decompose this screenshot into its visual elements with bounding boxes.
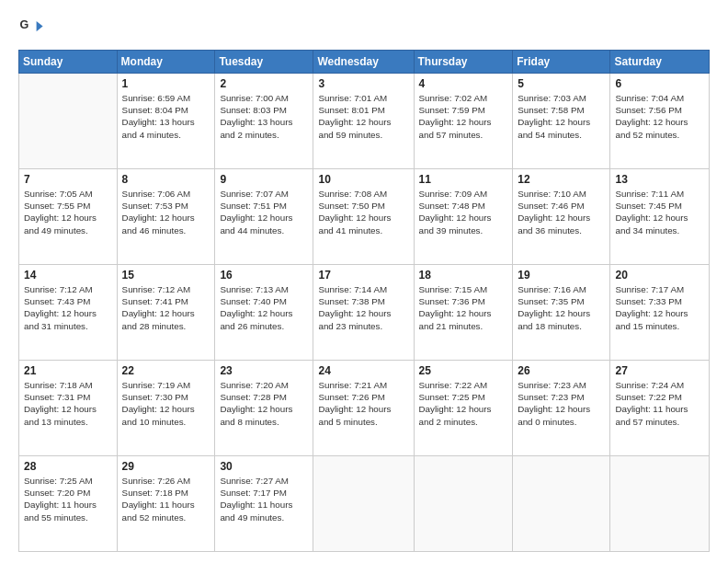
calendar-cell: 11Sunrise: 7:09 AMSunset: 7:48 PMDayligh… — [414, 169, 513, 265]
calendar-cell: 23Sunrise: 7:20 AMSunset: 7:28 PMDayligh… — [215, 361, 313, 456]
calendar-cell — [313, 456, 414, 552]
cell-date-number: 29 — [122, 460, 210, 473]
cell-date-number: 10 — [318, 173, 408, 186]
cell-info-text: Sunrise: 7:17 AMSunset: 7:33 PMDaylight:… — [615, 283, 704, 332]
cell-info-text: Sunrise: 7:03 AMSunset: 7:58 PMDaylight:… — [518, 92, 605, 141]
cell-info-text: Sunrise: 7:18 AMSunset: 7:31 PMDaylight:… — [24, 379, 112, 428]
weekday-header-sunday: Sunday — [19, 51, 118, 74]
calendar-cell: 2Sunrise: 7:00 AMSunset: 8:03 PMDaylight… — [215, 74, 313, 169]
calendar-cell: 28Sunrise: 7:25 AMSunset: 7:20 PMDayligh… — [19, 456, 118, 552]
calendar-cell: 10Sunrise: 7:08 AMSunset: 7:50 PMDayligh… — [313, 169, 414, 265]
weekday-header-tuesday: Tuesday — [215, 51, 313, 74]
cell-date-number: 17 — [318, 269, 408, 282]
calendar-cell — [19, 74, 118, 169]
cell-info-text: Sunrise: 7:24 AMSunset: 7:22 PMDaylight:… — [615, 379, 704, 428]
calendar-body: 1Sunrise: 6:59 AMSunset: 8:04 PMDaylight… — [19, 74, 710, 552]
cell-info-text: Sunrise: 7:12 AMSunset: 7:43 PMDaylight:… — [24, 283, 112, 332]
cell-date-number: 4 — [419, 77, 508, 90]
calendar-cell: 30Sunrise: 7:27 AMSunset: 7:17 PMDayligh… — [215, 456, 313, 552]
calendar-week-row: 7Sunrise: 7:05 AMSunset: 7:55 PMDaylight… — [19, 169, 710, 265]
cell-info-text: Sunrise: 7:01 AMSunset: 8:01 PMDaylight:… — [318, 92, 408, 141]
calendar-cell — [414, 456, 513, 552]
cell-date-number: 13 — [615, 173, 704, 186]
calendar-cell: 29Sunrise: 7:26 AMSunset: 7:18 PMDayligh… — [117, 456, 215, 552]
weekday-header-saturday: Saturday — [610, 51, 710, 74]
cell-info-text: Sunrise: 7:13 AMSunset: 7:40 PMDaylight:… — [220, 283, 308, 332]
calendar-table: SundayMondayTuesdayWednesdayThursdayFrid… — [18, 50, 710, 552]
calendar-cell: 16Sunrise: 7:13 AMSunset: 7:40 PMDayligh… — [215, 265, 313, 361]
cell-info-text: Sunrise: 7:11 AMSunset: 7:45 PMDaylight:… — [615, 188, 704, 236]
calendar-cell: 25Sunrise: 7:22 AMSunset: 7:25 PMDayligh… — [414, 361, 513, 456]
cell-info-text: Sunrise: 7:14 AMSunset: 7:38 PMDaylight:… — [318, 283, 408, 332]
header: G — [18, 15, 710, 40]
cell-date-number: 3 — [318, 77, 408, 90]
cell-date-number: 19 — [518, 269, 605, 282]
cell-date-number: 20 — [615, 269, 704, 282]
cell-info-text: Sunrise: 7:05 AMSunset: 7:55 PMDaylight:… — [24, 188, 112, 236]
cell-info-text: Sunrise: 7:23 AMSunset: 7:23 PMDaylight:… — [518, 379, 605, 428]
calendar-cell: 21Sunrise: 7:18 AMSunset: 7:31 PMDayligh… — [19, 361, 118, 456]
cell-info-text: Sunrise: 7:06 AMSunset: 7:53 PMDaylight:… — [122, 188, 210, 236]
cell-date-number: 14 — [24, 269, 112, 282]
cell-info-text: Sunrise: 7:19 AMSunset: 7:30 PMDaylight:… — [122, 379, 210, 428]
calendar-cell — [610, 456, 710, 552]
calendar-cell: 19Sunrise: 7:16 AMSunset: 7:35 PMDayligh… — [513, 265, 610, 361]
calendar-cell: 3Sunrise: 7:01 AMSunset: 8:01 PMDaylight… — [313, 74, 414, 169]
calendar-cell: 27Sunrise: 7:24 AMSunset: 7:22 PMDayligh… — [610, 361, 710, 456]
cell-info-text: Sunrise: 7:10 AMSunset: 7:46 PMDaylight:… — [518, 188, 605, 236]
cell-date-number: 15 — [122, 269, 210, 282]
cell-date-number: 5 — [518, 77, 605, 90]
cell-info-text: Sunrise: 7:04 AMSunset: 7:56 PMDaylight:… — [615, 92, 704, 141]
cell-date-number: 2 — [220, 77, 308, 90]
calendar-cell: 14Sunrise: 7:12 AMSunset: 7:43 PMDayligh… — [19, 265, 118, 361]
calendar-header: SundayMondayTuesdayWednesdayThursdayFrid… — [19, 51, 710, 74]
cell-info-text: Sunrise: 7:15 AMSunset: 7:36 PMDaylight:… — [419, 283, 508, 332]
calendar-cell: 12Sunrise: 7:10 AMSunset: 7:46 PMDayligh… — [513, 169, 610, 265]
calendar-cell: 5Sunrise: 7:03 AMSunset: 7:58 PMDaylight… — [513, 74, 610, 169]
cell-date-number: 11 — [419, 173, 508, 186]
calendar-cell: 24Sunrise: 7:21 AMSunset: 7:26 PMDayligh… — [313, 361, 414, 456]
cell-info-text: Sunrise: 7:26 AMSunset: 7:18 PMDaylight:… — [122, 475, 210, 523]
svg-marker-1 — [37, 21, 43, 31]
calendar-cell: 6Sunrise: 7:04 AMSunset: 7:56 PMDaylight… — [610, 74, 710, 169]
calendar-cell: 18Sunrise: 7:15 AMSunset: 7:36 PMDayligh… — [414, 265, 513, 361]
calendar-week-row: 28Sunrise: 7:25 AMSunset: 7:20 PMDayligh… — [19, 456, 710, 552]
calendar-cell: 15Sunrise: 7:12 AMSunset: 7:41 PMDayligh… — [117, 265, 215, 361]
logo-icon: G — [18, 15, 44, 40]
calendar-cell: 4Sunrise: 7:02 AMSunset: 7:59 PMDaylight… — [414, 74, 513, 169]
weekday-row: SundayMondayTuesdayWednesdayThursdayFrid… — [19, 51, 710, 74]
cell-date-number: 30 — [220, 460, 308, 473]
cell-date-number: 24 — [318, 364, 408, 377]
weekday-header-monday: Monday — [117, 51, 215, 74]
calendar-cell: 13Sunrise: 7:11 AMSunset: 7:45 PMDayligh… — [610, 169, 710, 265]
calendar-cell: 7Sunrise: 7:05 AMSunset: 7:55 PMDaylight… — [19, 169, 118, 265]
weekday-header-friday: Friday — [513, 51, 610, 74]
calendar-cell: 8Sunrise: 7:06 AMSunset: 7:53 PMDaylight… — [117, 169, 215, 265]
cell-date-number: 25 — [419, 364, 508, 377]
cell-info-text: Sunrise: 6:59 AMSunset: 8:04 PMDaylight:… — [122, 92, 210, 141]
cell-info-text: Sunrise: 7:16 AMSunset: 7:35 PMDaylight:… — [518, 283, 605, 332]
calendar-cell: 20Sunrise: 7:17 AMSunset: 7:33 PMDayligh… — [610, 265, 710, 361]
cell-info-text: Sunrise: 7:22 AMSunset: 7:25 PMDaylight:… — [419, 379, 508, 428]
calendar-cell: 26Sunrise: 7:23 AMSunset: 7:23 PMDayligh… — [513, 361, 610, 456]
cell-info-text: Sunrise: 7:21 AMSunset: 7:26 PMDaylight:… — [318, 379, 408, 428]
cell-date-number: 12 — [518, 173, 605, 186]
svg-text:G: G — [19, 18, 28, 31]
calendar-week-row: 14Sunrise: 7:12 AMSunset: 7:43 PMDayligh… — [19, 265, 710, 361]
cell-info-text: Sunrise: 7:09 AMSunset: 7:48 PMDaylight:… — [419, 188, 508, 236]
cell-info-text: Sunrise: 7:02 AMSunset: 7:59 PMDaylight:… — [419, 92, 508, 141]
cell-date-number: 26 — [518, 364, 605, 377]
cell-date-number: 21 — [24, 364, 112, 377]
cell-date-number: 28 — [24, 460, 112, 473]
cell-info-text: Sunrise: 7:27 AMSunset: 7:17 PMDaylight:… — [220, 475, 308, 523]
cell-info-text: Sunrise: 7:00 AMSunset: 8:03 PMDaylight:… — [220, 92, 308, 141]
cell-date-number: 22 — [122, 364, 210, 377]
cell-date-number: 16 — [220, 269, 308, 282]
calendar-week-row: 1Sunrise: 6:59 AMSunset: 8:04 PMDaylight… — [19, 74, 710, 169]
cell-info-text: Sunrise: 7:08 AMSunset: 7:50 PMDaylight:… — [318, 188, 408, 236]
cell-date-number: 23 — [220, 364, 308, 377]
calendar-cell: 1Sunrise: 6:59 AMSunset: 8:04 PMDaylight… — [117, 74, 215, 169]
logo: G — [18, 15, 48, 40]
calendar-week-row: 21Sunrise: 7:18 AMSunset: 7:31 PMDayligh… — [19, 361, 710, 456]
cell-date-number: 27 — [615, 364, 704, 377]
